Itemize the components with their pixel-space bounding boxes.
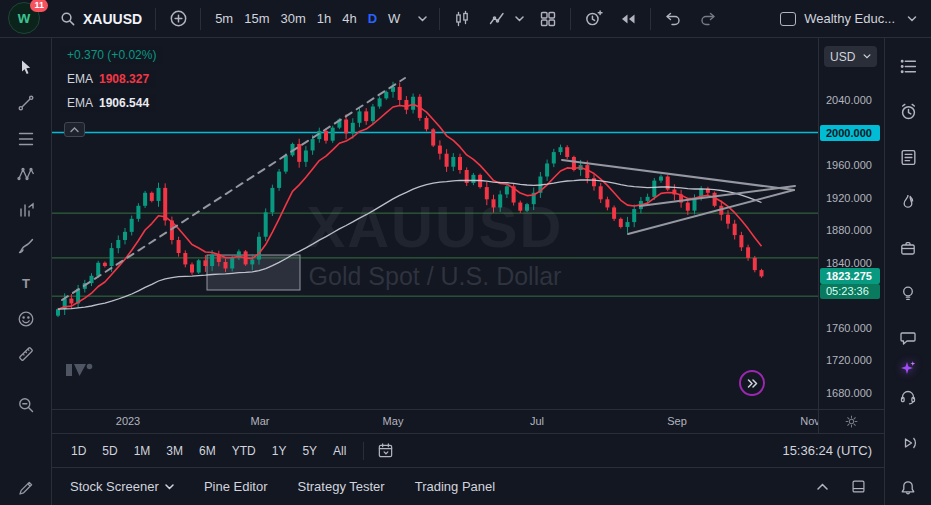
fib-retracement-tool-icon[interactable] <box>11 124 41 154</box>
range-1d[interactable]: 1D <box>64 441 93 461</box>
currency-dropdown[interactable]: USD <box>824 46 877 67</box>
time-axis-label: May <box>383 415 404 427</box>
tab-stock-screener[interactable]: Stock Screener <box>70 479 174 494</box>
forecast-pattern-tool-icon[interactable] <box>11 195 41 225</box>
toolbar-divider <box>570 8 571 30</box>
time-axis-label: Sep <box>667 415 687 427</box>
interval-4h[interactable]: 4h <box>337 8 361 29</box>
last-price-label: 1823.275 <box>820 268 880 284</box>
interval-menu-chevron-icon[interactable] <box>414 6 430 32</box>
range-1y[interactable]: 1Y <box>265 441 294 461</box>
account-menu-chevron-icon[interactable] <box>903 6 921 32</box>
hotlists-flame-icon[interactable] <box>894 189 922 215</box>
go-to-date-icon[interactable] <box>374 440 396 462</box>
currency-label: USD <box>830 50 855 64</box>
layout-name[interactable]: Wealthy Educ... <box>804 11 895 26</box>
alert-add-icon[interactable] <box>580 6 606 32</box>
indicator-legend-ema-1[interactable]: EMA1908.327 <box>60 70 156 88</box>
price-tick: 1920.000 <box>826 191 872 205</box>
chart-legend: +0.370 (+0.02%) EMA1908.327 EMA1906.544 <box>60 46 163 118</box>
alerts-clock-icon[interactable] <box>894 98 922 124</box>
time-axis-label: Jul <box>530 415 544 427</box>
save-layout-icon[interactable] <box>780 12 796 26</box>
time-axis-labels[interactable]: 2023MarMayJulSepNov <box>52 410 818 433</box>
notification-badge: 11 <box>30 0 48 12</box>
time-axis[interactable]: 2023MarMayJulSepNov <box>52 409 884 433</box>
price-tick: 1960.000 <box>826 158 872 172</box>
right-sidebar <box>884 38 931 505</box>
interval-15m[interactable]: 15m <box>239 8 274 29</box>
emoji-tool-icon[interactable] <box>11 304 41 334</box>
svg-text:T: T <box>22 276 30 291</box>
calendar-briefcase-icon[interactable] <box>894 235 922 261</box>
range-3m[interactable]: 3M <box>159 441 190 461</box>
tab-pine-editor[interactable]: Pine Editor <box>204 479 268 494</box>
range-5y[interactable]: 5Y <box>295 441 324 461</box>
range-ytd[interactable]: YTD <box>225 441 263 461</box>
tab-label: Stock Screener <box>70 479 159 494</box>
price-alert-label-2000[interactable]: 2000.000 <box>820 125 880 141</box>
interval-1h[interactable]: 1h <box>312 8 336 29</box>
cursor-tool-icon[interactable] <box>11 52 41 82</box>
symbol-search-button[interactable]: XAUUSD <box>53 7 146 31</box>
bar-replay-icon[interactable] <box>615 6 641 32</box>
chevron-down-icon <box>165 484 174 490</box>
tradingview-watermark-icon[interactable] <box>66 359 96 383</box>
chat-icon[interactable] <box>894 325 922 351</box>
trend-line-tool-icon[interactable] <box>11 88 41 118</box>
interval-w[interactable]: W <box>383 8 405 29</box>
redo-icon[interactable] <box>695 6 721 32</box>
support-headset-icon[interactable] <box>894 384 922 410</box>
chevron-down-icon <box>863 54 871 59</box>
xabcd-pattern-tool-icon[interactable] <box>11 159 41 189</box>
compare-add-icon[interactable] <box>165 6 191 32</box>
toolbar-divider <box>439 8 440 30</box>
legend-collapse-button[interactable] <box>64 122 85 137</box>
chart-canvas[interactable]: XAUUSD Gold Spot / U.S. Dollar +0.370 (+… <box>52 38 818 409</box>
ai-sparkle-icon[interactable] <box>894 355 922 381</box>
ema-fast-value: 1908.327 <box>99 72 149 86</box>
axis-settings-corner[interactable] <box>818 410 884 433</box>
indicator-legend-ema-2[interactable]: EMA1906.544 <box>60 94 156 112</box>
app-logo[interactable]: w 11 <box>8 2 42 36</box>
layout-grid-icon[interactable] <box>535 6 561 32</box>
measure-ruler-tool-icon[interactable] <box>11 339 41 369</box>
range-1m[interactable]: 1M <box>127 441 158 461</box>
indicators-button[interactable] <box>484 6 526 32</box>
bottom-tabs-list: Stock ScreenerPine EditorStrategy Tester… <box>70 479 495 494</box>
brush-tool-icon[interactable] <box>11 231 41 261</box>
toolbar-divider <box>155 8 156 30</box>
chart-column: XAUUSD Gold Spot / U.S. Dollar +0.370 (+… <box>52 38 884 505</box>
range-6m[interactable]: 6M <box>192 441 223 461</box>
edit-pencil-icon[interactable] <box>11 473 41 503</box>
undo-icon[interactable] <box>660 6 686 32</box>
interval-5m[interactable]: 5m <box>210 8 238 29</box>
panel-expand-chevron-icon[interactable] <box>812 477 832 497</box>
tab-label: Pine Editor <box>204 479 268 494</box>
text-tool-icon[interactable]: T <box>11 268 41 298</box>
indicators-icon <box>484 6 510 32</box>
price-tick: 1720.000 <box>826 353 872 367</box>
range-5d[interactable]: 5D <box>95 441 124 461</box>
interval-30m[interactable]: 30m <box>275 8 310 29</box>
clock-utc[interactable]: 15:36:24 (UTC) <box>782 443 872 458</box>
range-all[interactable]: All <box>326 441 353 461</box>
range-divider <box>363 442 364 460</box>
tab-trading-panel[interactable]: Trading Panel <box>415 479 495 494</box>
main-area: T XAUUSD Gold Spot / U.S. Dollar <box>0 38 931 505</box>
tab-label: Trading Panel <box>415 479 495 494</box>
streams-play-icon[interactable] <box>894 430 922 456</box>
tab-strategy-tester[interactable]: Strategy Tester <box>297 479 384 494</box>
ideas-lightbulb-icon[interactable] <box>894 280 922 306</box>
panel-restore-icon[interactable] <box>848 477 868 497</box>
zoom-tool-icon[interactable] <box>11 390 41 420</box>
interval-d[interactable]: D <box>363 8 382 29</box>
toolbar-divider <box>200 8 201 30</box>
chart-style-candles-icon[interactable] <box>449 6 475 32</box>
news-journal-icon[interactable] <box>894 144 922 170</box>
go-to-realtime-button[interactable] <box>739 370 765 396</box>
price-scale[interactable]: USD 2040.0001960.0001920.0001880.0001840… <box>818 38 884 409</box>
notifications-bell-icon[interactable] <box>894 475 922 501</box>
watchlist-icon[interactable] <box>894 53 922 79</box>
candlestick-chart-svg[interactable] <box>52 38 818 409</box>
